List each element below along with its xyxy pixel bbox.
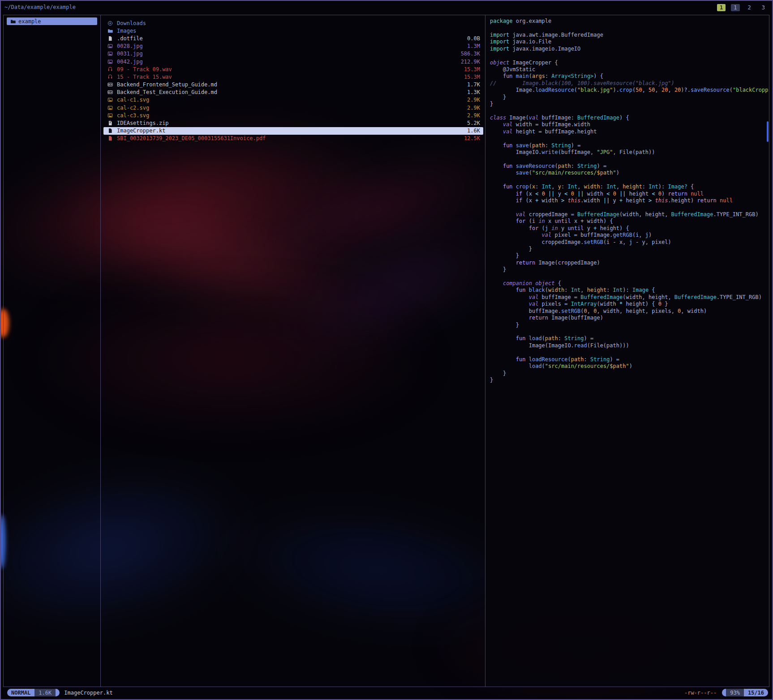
code-line: class Image(val buffImage: BufferedImage…: [490, 115, 768, 121]
file-row[interactable]: Backend_Frontend_Setup_Guide.md1.7K: [103, 81, 483, 89]
file-name: 0042.jpg: [117, 59, 457, 65]
file-row[interactable]: cal-c3.svg2.9K: [103, 111, 483, 119]
file-row[interactable]: Downloads: [103, 19, 483, 27]
parent-item-example[interactable]: example: [7, 17, 97, 25]
downloads-folder-icon: [107, 21, 114, 26]
scroll-percent-badge: 93%: [726, 689, 744, 696]
markdown-file-icon: [107, 90, 114, 95]
file-name: IDEAsettings.zip: [117, 120, 464, 126]
pill-cap: [56, 689, 60, 696]
code-line: buffImage.setRGB(0, 0, width, height, pi…: [490, 308, 768, 315]
code-line: if (x < 0 || y < 0 || width < 0 || heigh…: [490, 191, 768, 197]
file-size: 212.9K: [461, 59, 480, 65]
images-folder-icon: [107, 28, 114, 34]
preview-scrollbar-thumb[interactable]: [767, 121, 769, 142]
file-row[interactable]: Images: [103, 27, 483, 34]
code-line: fun saveResource(path: String) =: [490, 163, 768, 170]
image-file-icon: [107, 105, 114, 111]
markdown-file-icon: [107, 82, 114, 87]
code-line: }: [490, 377, 768, 384]
code-line: fun load(path: String) =: [490, 335, 768, 342]
code-line: }: [490, 252, 768, 259]
parent-pane: example: [4, 15, 100, 687]
selected-size-badge: 1.6K: [34, 689, 56, 696]
file-row[interactable]: IDEAsettings.zip5.2K: [103, 119, 483, 127]
code-line: import javax.imageio.ImageIO: [490, 46, 768, 52]
file-row[interactable]: 0042.jpg212.9K: [103, 58, 483, 65]
code-line: companion object {: [490, 280, 768, 287]
file-name: Downloads: [117, 20, 477, 26]
file-permissions: -rw-r--r--: [684, 690, 717, 696]
code-line: fun crop(x: Int, y: Int, width: Int, hei…: [490, 184, 768, 190]
status-filename: ImageCropper.kt: [64, 690, 112, 696]
code-line: fun black(width: Int, height: Int): Imag…: [490, 287, 768, 294]
code-line: [490, 156, 768, 162]
code-line: }: [490, 246, 768, 252]
code-line: val height = buffImage.height: [490, 128, 768, 135]
file-row[interactable]: Backend_Test_Execution_Guide.md1.3K: [103, 89, 483, 96]
code-line: [490, 107, 768, 114]
audio-file-icon: [107, 67, 114, 72]
kotlin-file-icon: [107, 128, 114, 133]
file-row[interactable]: 15 - Track 15.wav15.3M: [103, 73, 483, 81]
file-size: 15.3M: [464, 66, 480, 73]
file-size: 1.3M: [467, 43, 480, 49]
file-icon: [107, 36, 114, 41]
file-row[interactable]: ImageCropper.kt1.6K: [103, 127, 483, 135]
pdf-file-icon: [107, 136, 114, 141]
code-line: }: [490, 370, 768, 377]
code-line: load("src/main/resources/$path"): [490, 363, 768, 370]
tab-item-3[interactable]: 3: [759, 4, 768, 11]
image-file-icon: [107, 59, 114, 64]
code-line: Image.loadResource("black.jpg").crop(50,…: [490, 87, 768, 94]
code-line: ImageIO.write(buffImage, "JPG", File(pat…: [490, 149, 768, 156]
header-bar: ~/Data/example/example 1123: [4, 3, 769, 13]
file-size: 15.3M: [464, 74, 480, 80]
code-line: [490, 349, 768, 356]
code-line: // Image.black(100, 100).saveResource("b…: [490, 80, 768, 87]
file-row[interactable]: 09 - Track 09.wav15.3M: [103, 65, 483, 73]
code-line: [490, 273, 768, 280]
file-name: 0028.jpg: [117, 43, 464, 49]
code-line: }: [490, 94, 768, 101]
image-file-icon: [107, 51, 114, 56]
tab-item-1[interactable]: 1: [731, 4, 739, 11]
file-name: 09 - Track 09.wav: [117, 66, 460, 73]
file-name: 15 - Track 15.wav: [117, 74, 460, 80]
file-row[interactable]: cal-c1.svg2.9K: [103, 96, 483, 104]
image-file-icon: [107, 97, 114, 102]
preview-pane: package org.exampleimport java.awt.image…: [485, 15, 769, 687]
file-size: 1.6K: [467, 128, 480, 134]
code-line: val pixel = buffImage.getRGB(i, j): [490, 232, 768, 239]
code-line: val croppedImage = BufferedImage(width, …: [490, 211, 768, 218]
file-row[interactable]: 0031.jpg586.3K: [103, 50, 483, 58]
code-line: import java.awt.image.BufferedImage: [490, 32, 768, 38]
audio-file-icon: [107, 74, 114, 80]
archive-file-icon: [107, 120, 114, 126]
file-name: cal-c1.svg: [117, 97, 464, 103]
file-row[interactable]: 0028.jpg1.3M: [103, 43, 483, 50]
folder-icon: [10, 19, 16, 24]
file-name: Backend_Frontend_Setup_Guide.md: [117, 81, 464, 88]
tab-item-2[interactable]: 2: [745, 4, 754, 11]
code-line: [490, 52, 768, 59]
file-name: Backend_Test_Execution_Guide.md: [117, 89, 464, 95]
file-row[interactable]: .dotfile0.0B: [103, 34, 483, 42]
file-row[interactable]: SBI_0032013739_2023_DE05_0003155631Invoi…: [103, 135, 483, 142]
status-left: NORMAL 1.6K ImageCropper.kt: [7, 689, 113, 696]
code-line: Image(ImageIO.read(File(path))): [490, 342, 768, 349]
code-line: object ImageCropper {: [490, 60, 768, 66]
tasks-badge[interactable]: 1: [717, 4, 726, 11]
file-row[interactable]: cal-c2.svg2.9K: [103, 104, 483, 111]
code-line: return Image(buffImage): [490, 315, 768, 321]
code-line: }: [490, 266, 768, 273]
code-line: import java.io.File: [490, 38, 768, 45]
file-size: 5.2K: [467, 120, 480, 126]
code-line: [490, 329, 768, 335]
file-name: ImageCropper.kt: [117, 128, 464, 134]
image-file-icon: [107, 43, 114, 49]
file-name: cal-c2.svg: [117, 105, 464, 111]
app-window: ~/Data/example/example 1123 example Down…: [0, 0, 773, 700]
code-line: [490, 135, 768, 142]
code-line: [490, 204, 768, 211]
